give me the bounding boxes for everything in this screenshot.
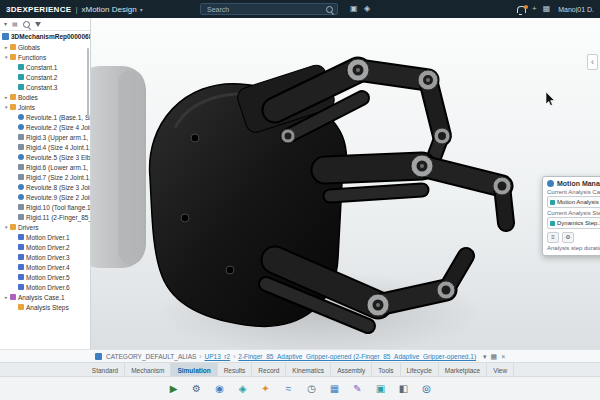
analysis-step-icon [550, 221, 555, 226]
breadcrumb-grid-icon[interactable]: ▦ [491, 353, 498, 361]
tree-item[interactable]: ▾ Drivers [0, 222, 90, 232]
tree-item[interactable]: Rigid.7 (Size 2 Joint.1, Size 4 ...) [0, 172, 90, 182]
tree-root-node[interactable]: 3DMechanismRep00000687 A.1 [0, 31, 90, 42]
tree-item[interactable]: ▸ Analysis Case.1 [0, 292, 90, 302]
tree-item[interactable]: Rigid.10 (Tool flange.1, Size...) [0, 202, 90, 212]
ribbon-tab[interactable]: Marketplace [439, 363, 487, 377]
ribbon-tab-label: Results [224, 367, 246, 374]
tree-item-label: Revolute.2 (Size 4 Joint.2, Size 4 ...) [26, 124, 90, 131]
target-icon[interactable]: ◎ [419, 381, 435, 397]
tree-item-label: Rigid.3 (Upper arm.1, Size 4 Joi...) [26, 134, 90, 141]
tag-icon[interactable]: ◈ [364, 5, 370, 13]
ribbon-tab[interactable]: Lifecycle [401, 363, 439, 377]
ribbon-tab[interactable]: Results [218, 363, 253, 377]
tree-item[interactable]: Motion Driver.2 [0, 242, 90, 252]
collapse-panel-arrow-icon[interactable]: ‹ [587, 54, 598, 70]
tree-item[interactable]: Analysis Steps [0, 302, 90, 312]
tree-item[interactable]: Motion Driver.4 [0, 262, 90, 272]
ribbon-tab[interactable]: Standard [86, 363, 125, 377]
tree-item[interactable]: Rigid.4 (Size 4 Joint.1, Upper ar...) [0, 142, 90, 152]
tree-item-label: Analysis Case.1 [18, 294, 65, 301]
driver-icon[interactable]: ◈ [235, 381, 251, 397]
tree-item[interactable]: ▸ Bodies [0, 92, 90, 102]
tree-item[interactable]: Constant.2 [0, 72, 90, 82]
tree-item[interactable]: Revolute.9 (Size 2 Joint.1, Size 2...) [0, 192, 90, 202]
tree-item[interactable]: Constant.3 [0, 82, 90, 92]
3d-cube-icon[interactable]: ▣ [350, 5, 358, 13]
breadcrumb: CATEGORY_DEFAULT_ALIAS UP13_r2 2-Finger_… [106, 353, 479, 360]
grid-icon[interactable]: ▦ [327, 381, 343, 397]
app-name[interactable]: xMotion Design [81, 5, 136, 14]
tree-item[interactable]: Motion Driver.3 [0, 252, 90, 262]
tree-item[interactable]: Motion Driver.1 [0, 232, 90, 242]
breadcrumb-expand-icon[interactable]: ▾ [483, 353, 487, 361]
gripper-3d-model[interactable] [90, 18, 600, 349]
tree-item[interactable]: Rigid.6 (Lower arm.1, Size 3 Elb...) [0, 162, 90, 172]
tree-item[interactable]: Motion Driver.5 [0, 272, 90, 282]
breadcrumb-item[interactable]: CATEGORY_DEFAULT_ALIAS [106, 353, 196, 360]
tree-list-icon[interactable]: ▤ [12, 21, 18, 27]
analysis-case-select[interactable]: Motion Analysis Case [547, 196, 600, 208]
brand-logo: 3DEXPERIENCE [6, 5, 71, 14]
play-simulation-icon[interactable]: ▶ [166, 381, 182, 397]
ribbon-tab-label: Record [258, 367, 279, 374]
tree-item[interactable]: Revolute.8 (Size 3 Joint.1, Size 2...) [0, 182, 90, 192]
tree-item[interactable]: Rigid.3 (Upper arm.1, Size 4 Joi...) [0, 132, 90, 142]
notifications-bell-icon[interactable] [517, 6, 526, 13]
tree-item-icon [18, 254, 24, 260]
tree-scrollbar[interactable] [87, 48, 89, 118]
annotate-icon[interactable]: ✎ [350, 381, 366, 397]
tree-item-label: Bodies [18, 94, 38, 101]
tree-filter-icon[interactable] [35, 22, 41, 27]
breadcrumb-item[interactable]: UP13_r2 [199, 353, 230, 360]
plot-icon[interactable]: ≈ [281, 381, 297, 397]
motion-manager-header[interactable]: Motion Manager [547, 180, 600, 187]
mechanism-gears-icon[interactable]: ⚙ [189, 381, 205, 397]
simulate-case-icon[interactable]: ▣ [373, 381, 389, 397]
tree-item-label: Revolute.9 (Size 2 Joint.1, Size 2...) [26, 194, 90, 201]
add-plus-icon[interactable]: + [532, 5, 537, 13]
tree-search-icon[interactable] [23, 21, 30, 28]
ribbon-tab[interactable]: Record [252, 363, 286, 377]
tree-item-icon [18, 264, 24, 270]
ribbon-tab[interactable]: Assembly [331, 363, 372, 377]
search-box[interactable] [200, 3, 338, 15]
probe-icon[interactable]: ✦ [258, 381, 274, 397]
brand-divider: | [75, 5, 77, 14]
tree-item[interactable]: ▾ Functions [0, 52, 90, 62]
tree-item[interactable]: Rigid.11 (2-Finger_85_Adaptive...) [0, 212, 90, 222]
export-icon[interactable]: ◧ [396, 381, 412, 397]
tree-item[interactable]: Revolute.1 (Base.1, Size 4 Joint.1) [0, 112, 90, 122]
breadcrumb-close-icon[interactable]: × [501, 353, 505, 360]
motion-manager-title: Motion Manager [557, 180, 600, 187]
ribbon-tab-label: Standard [92, 367, 118, 374]
tree-item-label: Motion Driver.2 [26, 244, 70, 251]
search-input[interactable] [205, 5, 326, 14]
ribbon-tab[interactable]: View [487, 363, 514, 377]
ribbon-tab[interactable]: Kinematics [286, 363, 331, 377]
step-options-icon[interactable]: ≡ [547, 232, 559, 243]
joint-icon[interactable]: ◉ [212, 381, 228, 397]
step-settings-gear-icon[interactable]: ⚙ [562, 232, 574, 243]
apps-grid-icon[interactable]: ▦ [543, 5, 551, 13]
analysis-step-select[interactable]: Dynamics Step.1 [547, 217, 600, 229]
ribbon-tab-label: View [493, 367, 507, 374]
motion-manager-panel: Motion Manager Current Analysis Case Mot… [542, 176, 600, 256]
tree-item[interactable]: ▸ Globals [0, 42, 90, 52]
user-name[interactable]: Manoj01 D. [558, 6, 594, 13]
breadcrumb-item[interactable]: 2-Finger_85_Adaptive_Gripper-opened (2-F… [233, 353, 476, 360]
expand-all-icon[interactable]: ▾ [4, 21, 7, 27]
notification-badge [524, 5, 528, 9]
tree-item[interactable]: ▾ Joints [0, 102, 90, 112]
app-switcher-caret-icon[interactable]: ▾ [140, 6, 143, 13]
breadcrumb-product-icon [95, 353, 102, 360]
tree-item[interactable]: Revolute.2 (Size 4 Joint.2, Size 4 ...) [0, 122, 90, 132]
tree-item[interactable]: Revolute.5 (Size 3 Elbow.1, Size...) [0, 152, 90, 162]
ribbon-tab[interactable]: Mechanism [125, 363, 171, 377]
ribbon-tab[interactable]: Tools [372, 363, 400, 377]
tree-item[interactable]: Motion Driver.6 [0, 282, 90, 292]
ribbon-tab[interactable]: Simulation [171, 363, 217, 377]
search-icon[interactable] [326, 6, 333, 13]
tree-item[interactable]: Constant.1 [0, 62, 90, 72]
clock-icon[interactable]: ◷ [304, 381, 320, 397]
